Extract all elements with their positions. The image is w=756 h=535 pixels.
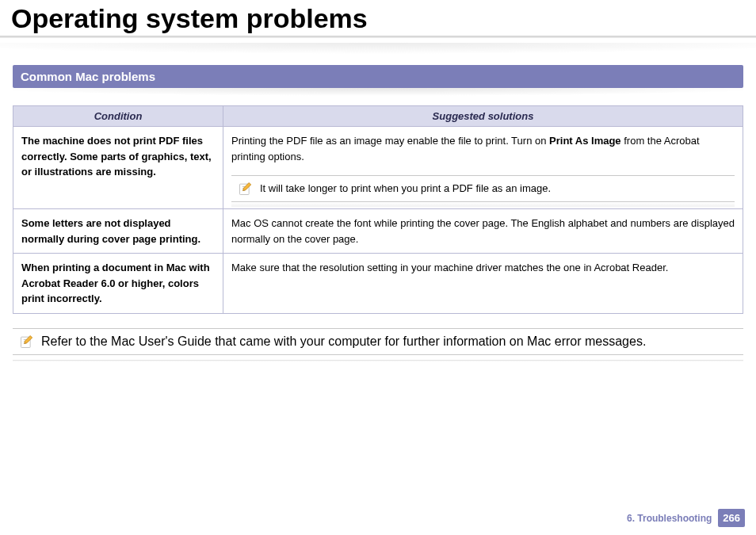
table-row: The machine does not print PDF files cor…	[13, 127, 743, 209]
note-icon	[238, 181, 254, 197]
condition-cell: When printing a document in Mac with Acr…	[13, 254, 223, 314]
page-footer: 6. Troubleshooting 266	[627, 509, 745, 527]
solution-cell: Mac OS cannot create the font while prin…	[223, 209, 743, 254]
title-rule	[0, 36, 756, 38]
page-note-block: Refer to the Mac User's Guide that came …	[13, 328, 743, 361]
footer-chapter: 6. Troubleshooting	[627, 513, 712, 524]
condition-cell: The machine does not print PDF files cor…	[13, 127, 223, 209]
table-header-row: Condition Suggested solutions	[13, 106, 743, 127]
footer-page-number: 266	[718, 509, 745, 527]
col-header-condition: Condition	[13, 106, 223, 127]
inline-note: It will take longer to print when you pr…	[231, 175, 735, 202]
solution-cell: Printing the PDF file as an image may en…	[223, 127, 743, 209]
problems-table: Condition Suggested solutions The machin…	[13, 105, 743, 314]
solution-bold: Print As Image	[549, 135, 621, 147]
content-area: Common Mac problems Condition Suggested …	[0, 65, 756, 361]
condition-cell: Some letters are not displayed normally …	[13, 209, 223, 254]
col-header-solutions: Suggested solutions	[223, 106, 743, 127]
solution-pre: Printing the PDF file as an image may en…	[231, 135, 549, 147]
section-header: Common Mac problems	[13, 65, 743, 88]
solution-text: Printing the PDF file as an image may en…	[231, 133, 735, 164]
solution-cell: Make sure that the resolution setting in…	[223, 254, 743, 314]
page-note: Refer to the Mac User's Guide that came …	[13, 328, 743, 355]
note-block: It will take longer to print when you pr…	[231, 175, 735, 207]
page-note-rule	[13, 360, 743, 361]
title-shadow	[0, 43, 756, 54]
section-shadow	[13, 88, 743, 96]
note-icon	[19, 334, 35, 350]
table-row: When printing a document in Mac with Acr…	[13, 254, 743, 314]
table-row: Some letters are not displayed normally …	[13, 209, 743, 254]
page-title: Operating system problems	[0, 0, 756, 36]
page-note-text: Refer to the Mac User's Guide that came …	[41, 334, 646, 349]
note-shadow	[231, 202, 735, 207]
note-text: It will take longer to print when you pr…	[260, 181, 551, 197]
